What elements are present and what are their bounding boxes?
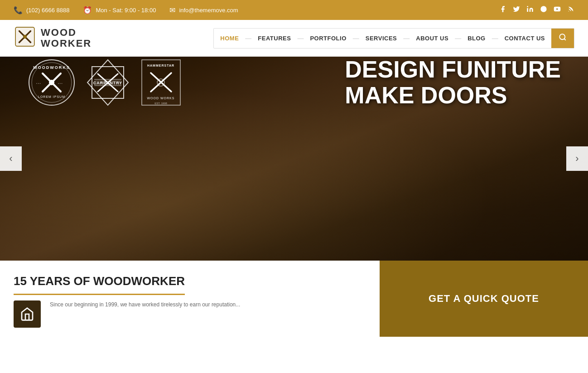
- main-nav: HOME — FEATURES — PORTFOLIO — SERVICES —…: [213, 28, 574, 48]
- years-description: Since our beginning in 1999, we have wor…: [50, 300, 240, 309]
- svg-line-9: [564, 39, 565, 40]
- linkedin-icon[interactable]: [526, 5, 534, 15]
- hero-title-line1: DESIGN FUNITURE MAKE DOORS: [345, 57, 561, 108]
- hero-prev-button[interactable]: ‹: [0, 146, 22, 171]
- hero-text: DESIGN FUNITURE MAKE DOORS: [345, 57, 561, 108]
- quick-quote-section: GET A QUICK QUOTE: [380, 261, 588, 337]
- svg-text:• • •: • • •: [36, 82, 41, 85]
- facebook-icon[interactable]: [499, 5, 506, 15]
- svg-text:WOOD WORKS: WOOD WORKS: [147, 97, 175, 100]
- svg-point-3: [569, 11, 569, 11]
- chevron-left-icon: ‹: [9, 153, 12, 165]
- clock-icon: ⏰: [83, 6, 92, 15]
- nav-services[interactable]: SERVICES: [359, 30, 404, 46]
- badge-hammerstar: HAMMERSTAR WOOD WORKS EST. 1998: [140, 58, 183, 107]
- below-hero-section: 15 YEARS OF WOODWORKER Since our beginni…: [0, 261, 588, 337]
- phone-item: 📞 (102) 6666 8888: [14, 6, 69, 15]
- years-section: 15 YEARS OF WOODWORKER Since our beginni…: [0, 261, 380, 337]
- badge-woodworks: WOODWORKS LOREM IPSUM • • • • • •: [27, 58, 76, 107]
- nav-sep-6: —: [492, 34, 498, 42]
- nav-home[interactable]: HOME: [214, 30, 245, 46]
- top-bar-left: 📞 (102) 6666 8888 ⏰ Mon - Sat: 9:00 - 18…: [14, 6, 238, 15]
- business-hours: Mon - Sat: 9:00 - 18:00: [96, 7, 156, 14]
- chevron-right-icon: ›: [575, 153, 578, 165]
- nav-sep-4: —: [403, 34, 410, 42]
- svg-point-0: [527, 6, 528, 7]
- hero-section: WOODWORKS LOREM IPSUM • • • • • •: [0, 57, 588, 261]
- nav-sep-2: —: [297, 34, 304, 42]
- hours-item: ⏰ Mon - Sat: 9:00 - 18:00: [83, 6, 156, 15]
- svg-point-7: [23, 35, 27, 39]
- top-bar: 📞 (102) 6666 8888 ⏰ Mon - Sat: 9:00 - 18…: [0, 0, 588, 20]
- phone-icon: 📞: [14, 6, 23, 15]
- email-icon: ✉: [169, 6, 175, 15]
- hero-badges: WOODWORKS LOREM IPSUM • • • • • •: [27, 58, 183, 107]
- svg-text:LOREM IPSUM: LOREM IPSUM: [38, 95, 65, 98]
- nav-sep-5: —: [455, 34, 461, 42]
- hero-content: WOODWORKS LOREM IPSUM • • • • • •: [0, 57, 588, 108]
- logo-worker: WORKER: [41, 38, 92, 49]
- svg-point-1: [540, 6, 546, 12]
- svg-point-8: [559, 34, 565, 39]
- svg-text:EST. 1998: EST. 1998: [154, 102, 167, 105]
- search-icon: [559, 33, 567, 44]
- rss-icon[interactable]: [567, 5, 574, 15]
- nav-contact[interactable]: CONTACT US: [498, 30, 551, 46]
- svg-text:WOODWORKS: WOODWORKS: [33, 65, 70, 70]
- nav-portfolio[interactable]: PORTFOLIO: [304, 30, 352, 46]
- social-icons: [499, 5, 574, 15]
- logo[interactable]: WOOD WORKER: [14, 25, 92, 51]
- search-button[interactable]: [551, 29, 574, 48]
- svg-text:• • •: • • •: [58, 82, 63, 85]
- logo-wood: WOOD: [41, 27, 92, 38]
- nav-blog[interactable]: BLOG: [461, 30, 492, 46]
- badge-carpentry: CARPENTRY: [85, 58, 130, 107]
- svg-text:CARPENTRY: CARPENTRY: [93, 81, 123, 85]
- years-icon: [14, 300, 41, 328]
- quote-heading: GET A QUICK QUOTE: [429, 293, 539, 305]
- years-heading: 15 YEARS OF WOODWORKER: [14, 274, 185, 295]
- nav-features[interactable]: FEATURES: [251, 30, 297, 46]
- email-address: info@thememove.com: [179, 7, 238, 14]
- nav-sep-3: —: [353, 34, 359, 42]
- twitter-icon[interactable]: [513, 5, 520, 15]
- svg-point-15: [49, 80, 54, 85]
- nav-about[interactable]: ABOUT US: [410, 30, 455, 46]
- hero-next-button[interactable]: ›: [566, 146, 588, 171]
- header: WOOD WORKER HOME — FEATURES — PORTFOLIO …: [0, 20, 588, 57]
- dribbble-icon[interactable]: [540, 5, 547, 15]
- logo-text: WOOD WORKER: [41, 27, 92, 49]
- logo-icon: [14, 25, 36, 51]
- nav-sep-1: —: [245, 34, 251, 42]
- email-item: ✉ info@thememove.com: [169, 6, 238, 15]
- svg-text:HAMMERSTAR: HAMMERSTAR: [147, 64, 174, 67]
- youtube-icon[interactable]: [554, 5, 561, 15]
- years-content: Since our beginning in 1999, we have wor…: [14, 300, 366, 328]
- phone-number: (102) 6666 8888: [26, 7, 69, 14]
